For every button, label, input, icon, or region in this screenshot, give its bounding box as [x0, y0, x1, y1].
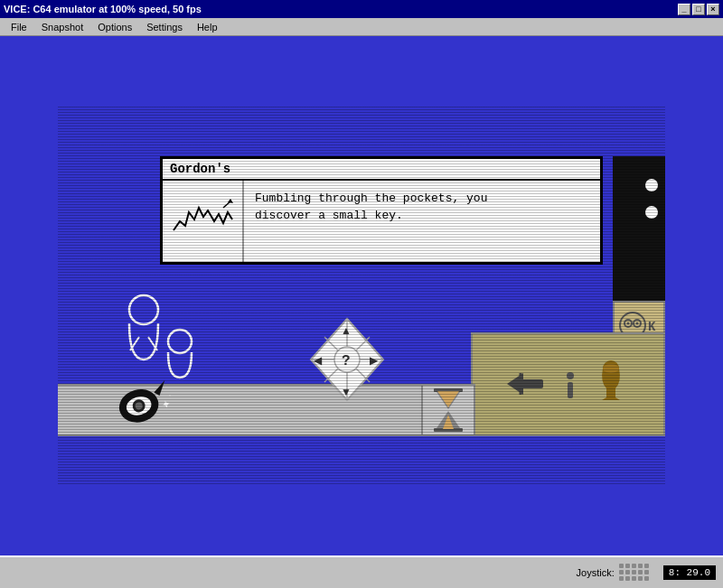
joystick-dot: [632, 570, 636, 574]
title-bar: VICE: C64 emulator at 100% speed, 50 fps…: [0, 0, 723, 18]
dialog-title: Gordon's: [163, 159, 600, 181]
info-icon[interactable]: [561, 369, 579, 400]
joystick-dot: [632, 576, 636, 581]
hourglass-svg: [430, 387, 466, 433]
joystick-dot: [619, 570, 624, 574]
svg-text:?: ?: [342, 353, 351, 369]
menu-bar: File Snapshot Options Settings Help: [0, 18, 723, 36]
action-icons: [502, 355, 634, 414]
joystick-dot: [625, 564, 630, 568]
status-bar: Joystick: 8: 29.0: [0, 555, 723, 588]
goblet-icon[interactable]: [593, 359, 629, 409]
svg-point-31: [129, 295, 158, 324]
menu-options[interactable]: Options: [90, 20, 139, 34]
black-panel: [613, 156, 665, 301]
joystick-label: Joystick:: [577, 567, 615, 578]
joystick-dot: [644, 576, 649, 581]
svg-rect-11: [521, 379, 543, 388]
dialog-text-line1: Fumbling through the pockets, you: [255, 190, 589, 208]
svg-point-6: [627, 322, 630, 324]
joystick-dot: [632, 564, 636, 568]
characters-svg: [108, 292, 288, 382]
joystick-dot: [619, 564, 624, 568]
svg-marker-28: [152, 379, 168, 396]
joystick-dot: [625, 576, 630, 581]
compass-area[interactable]: ? ▲ ▼ ◀ ▶: [302, 314, 392, 405]
indicator-dot-2: [645, 206, 658, 219]
joystick-dot: [638, 570, 643, 574]
joystick-grid: [619, 564, 650, 582]
joystick-dot: [644, 570, 649, 574]
joystick-dot: [644, 564, 649, 568]
menu-snapshot[interactable]: Snapshot: [34, 20, 90, 34]
coords-display: 8: 29.0: [663, 565, 716, 580]
dialog-image: [163, 181, 244, 262]
joystick-dot: [619, 576, 624, 581]
svg-point-14: [567, 372, 574, 379]
maximize-button[interactable]: □: [692, 4, 705, 15]
dialog-body: Fumbling through the pockets, you discov…: [163, 181, 600, 262]
close-button[interactable]: ×: [707, 4, 719, 15]
dialog-text: Fumbling through the pockets, you discov…: [244, 181, 600, 262]
back-arrow-icon[interactable]: [507, 369, 548, 400]
joystick-area: Joystick: 8: 29.0: [577, 564, 716, 582]
compass-svg[interactable]: ? ▲ ▼ ◀ ▶: [302, 314, 392, 405]
emulator-area: Gordon's Fumbling through the pockets, y…: [0, 36, 723, 555]
svg-point-7: [636, 322, 639, 324]
title-text: VICE: C64 emulator at 100% speed, 50 fps: [4, 4, 202, 14]
svg-rect-15: [568, 382, 573, 398]
graph-svg: [169, 194, 237, 248]
menu-file[interactable]: File: [4, 20, 34, 34]
action-panel: [471, 332, 665, 436]
svg-text:▼: ▼: [341, 386, 352, 398]
title-bar-buttons: _ □ ×: [678, 4, 719, 15]
joystick-dot: [625, 570, 630, 574]
game-screen: Gordon's Fumbling through the pockets, y…: [58, 107, 665, 486]
menu-settings[interactable]: Settings: [139, 20, 190, 34]
svg-text:▶: ▶: [370, 354, 379, 367]
svg-marker-22: [437, 391, 459, 407]
svg-text:▲: ▲: [341, 324, 352, 337]
dialog-box: Gordon's Fumbling through the pockets, y…: [160, 156, 603, 265]
svg-point-34: [168, 330, 192, 353]
joystick-dot: [638, 564, 643, 568]
indicator-dot-1: [645, 179, 658, 191]
dialog-text-line2: discover a small key.: [255, 207, 589, 225]
joystick-dot: [638, 576, 643, 581]
characters-area: [108, 292, 288, 382]
hourglass-panel: [421, 384, 475, 436]
menu-help[interactable]: Help: [190, 20, 225, 34]
minimize-button[interactable]: _: [678, 4, 690, 15]
svg-point-17: [603, 364, 619, 373]
svg-text:◀: ◀: [314, 354, 323, 367]
